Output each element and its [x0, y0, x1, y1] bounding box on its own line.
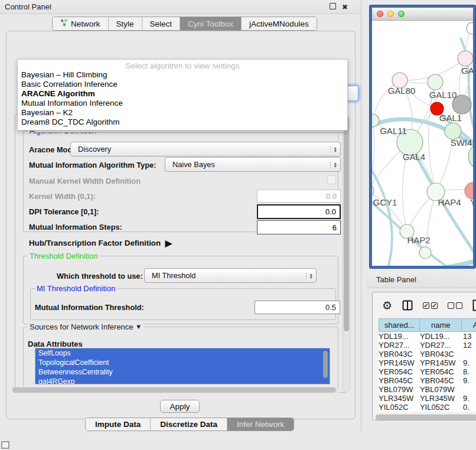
table-row[interactable]: YLR345WYLR345W9. [379, 394, 476, 403]
settings-horizontal-scrollbar-thumb[interactable] [12, 387, 336, 393]
table-row[interactable]: YDL19...YDL19...13 [379, 332, 476, 341]
apply-button[interactable]: Apply [160, 400, 200, 413]
table-cell[interactable]: YBR045C [420, 376, 463, 385]
table-row[interactable]: YBR045CYBR045C9. [379, 376, 476, 385]
tab-network[interactable]: Network [53, 17, 109, 30]
table-horizontal-scrollbar[interactable] [375, 414, 476, 420]
network-graph[interactable]: GALGAL80GAL10GAL1SWI4GAL11GAL4GCY1HAP4YH… [372, 21, 473, 266]
tab-impute-data[interactable]: Impute Data [86, 418, 151, 431]
attribute-item-selfloops[interactable]: SelfLoops [35, 348, 330, 358]
network-node-gal1[interactable] [445, 123, 461, 139]
new-table-icon[interactable] [472, 299, 476, 311]
settings-vertical-scrollbar-thumb[interactable] [344, 116, 349, 331]
tab-select[interactable]: Select [142, 17, 181, 30]
split-columns-icon[interactable] [402, 300, 413, 311]
table-cell[interactable]: YER054C [379, 367, 420, 376]
mi-steps-field[interactable]: 6 [257, 220, 341, 234]
network-node[interactable] [467, 22, 473, 34]
zoom-window-icon[interactable] [398, 11, 405, 17]
settings-horizontal-scrollbar[interactable] [11, 387, 340, 393]
network-node[interactable] [419, 247, 431, 259]
select-all-checkboxes-icon[interactable]: ✓✓ [423, 302, 438, 309]
table-cell[interactable]: 9. [463, 376, 476, 385]
table-cell[interactable]: YBR045C [379, 376, 420, 385]
attribute-item-gal4rgexp[interactable]: gal4RGexp [35, 377, 330, 384]
dropdown-item-bayesian-hill-climbing[interactable]: Bayesian – Hill Climbing [18, 70, 347, 80]
combo-arrows-icon: ▲▼ [330, 162, 337, 168]
expanded-arrow-icon[interactable]: ▼ [135, 323, 142, 330]
settings-vertical-scrollbar[interactable] [343, 115, 350, 392]
which-threshold-combo[interactable]: MI Threshold ▲▼ [144, 268, 317, 283]
table-cell[interactable]: YLR345W [420, 394, 463, 403]
table-cell[interactable]: YPR145W [420, 358, 463, 367]
table-cell[interactable]: 12 [463, 341, 476, 350]
aracne-mode-combo[interactable]: Discovery ▲▼ [70, 142, 341, 156]
table-cell[interactable]: 9. [463, 394, 476, 403]
close-panel-icon[interactable]: ✖ [342, 3, 348, 11]
network-node-y[interactable] [465, 182, 473, 199]
column-header-2[interactable]: name [420, 319, 462, 332]
table-cell[interactable]: YBL079W [420, 385, 463, 394]
table-cell[interactable] [463, 350, 476, 358]
tab-cyni-toolbox[interactable]: Cyni Toolbox [180, 17, 242, 30]
tab-discretize-data[interactable]: Discretize Data [151, 418, 227, 431]
hub-definition-toggle[interactable]: Hub/Transcription Factor Definition ▶ [29, 237, 169, 248]
table-horizontal-scrollbar-thumb[interactable] [376, 415, 476, 420]
table-cell[interactable]: YLR345W [379, 394, 420, 403]
table-row[interactable]: YIL052CYIL052C0. [379, 403, 476, 412]
table-cell[interactable]: YDR27... [420, 341, 463, 350]
table-row[interactable]: YER054CYER054C8. [379, 367, 476, 376]
table-cell[interactable]: 8. [463, 367, 476, 376]
table-cell[interactable]: YIL052C [420, 403, 463, 412]
table-cell[interactable]: 13 [463, 332, 476, 341]
network-node-gal[interactable] [458, 51, 473, 66]
column-header-3[interactable]: A [462, 319, 476, 332]
gear-icon[interactable]: ⚙ [382, 299, 392, 312]
node-label-gal10: GAL10 [429, 90, 457, 100]
network-view-window[interactable]: GALGAL80GAL10GAL1SWI4GAL11GAL4GCY1HAP4YH… [369, 5, 476, 269]
column-header-1[interactable]: shared... [379, 319, 420, 332]
float-panel-icon[interactable] [330, 3, 336, 9]
dpi-tolerance-field[interactable]: 0.0 [257, 204, 341, 219]
attribute-item-topologicalcoefficient[interactable]: TopologicalCoefficient [35, 358, 330, 367]
table-cell[interactable] [463, 385, 476, 394]
deselect-all-checkboxes-icon[interactable] [448, 302, 462, 309]
close-window-icon[interactable] [377, 11, 383, 17]
table-cell[interactable]: YBR043C [420, 350, 463, 358]
tab-infer-network[interactable]: Infer Network [227, 418, 294, 431]
dropdown-item-basic-correlation-inference[interactable]: Basic Correlation Inference [18, 80, 347, 89]
table-cell[interactable]: 0. [463, 403, 476, 412]
table-row[interactable]: YBR043CYBR043C [379, 350, 476, 358]
table-cell[interactable]: YDL19... [379, 332, 420, 341]
table-cell[interactable]: 9. [463, 358, 476, 367]
table-cell[interactable]: YDL19... [420, 332, 463, 341]
table-cell[interactable]: YDR27... [379, 341, 420, 350]
tab-style[interactable]: Style [109, 17, 142, 30]
table-row[interactable]: YBL079WYBL079W [379, 385, 476, 394]
table-cell[interactable]: YBL079W [379, 385, 420, 394]
manual-kernel-checkbox[interactable] [327, 175, 336, 184]
table-row[interactable]: YDR27...YDR27...12 [379, 341, 476, 350]
kernel-width-field[interactable]: 0.0 [257, 190, 341, 203]
mi-threshold-field[interactable]: 0.5 [255, 301, 340, 314]
list-scrollbar-thumb[interactable] [323, 351, 328, 378]
dropdown-item-mutual-information-inference[interactable]: Mutual Information Inference [18, 99, 347, 108]
attribute-item-betweennesscentrality[interactable]: BetweennessCentrality [35, 367, 330, 377]
collapsed-panel-icon[interactable] [1, 441, 9, 449]
table-row[interactable]: YPR145WYPR145W9. [379, 358, 476, 367]
network-window-titlebar[interactable] [372, 8, 473, 21]
network-canvas[interactable]: GALGAL80GAL10GAL1SWI4GAL11GAL4GCY1HAP4YH… [372, 21, 473, 266]
dropdown-item-aracne-algorithm[interactable]: ARACNE Algorithm [18, 89, 347, 99]
minimize-window-icon[interactable] [387, 11, 394, 17]
network-node-gal10[interactable] [428, 74, 443, 90]
table-cell[interactable]: YBR043C [379, 350, 420, 358]
table-cell[interactable]: YER054C [420, 367, 463, 376]
dropdown-item-dream8-dc-tdc-algorithm[interactable]: Dream8 DC_TDC Algorithm [18, 118, 347, 127]
table-cell[interactable]: YPR145W [379, 358, 420, 367]
collapsed-arrow-icon[interactable]: ▶ [165, 238, 172, 248]
table-cell[interactable]: YIL052C [379, 403, 420, 412]
data-attributes-list[interactable]: SelfLoopsTopologicalCoefficientBetweenne… [35, 348, 330, 384]
dropdown-item-bayesian-k2[interactable]: Bayesian – K2 [18, 108, 347, 118]
mi-type-combo[interactable]: Naive Bayes ▲▼ [165, 157, 341, 172]
tab-jactivemnodules[interactable]: jActiveMNodules [242, 17, 317, 30]
